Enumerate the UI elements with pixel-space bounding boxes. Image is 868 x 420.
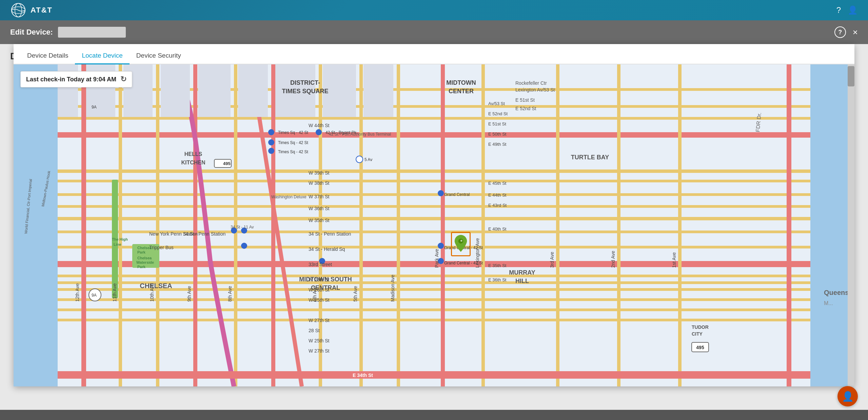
svg-text:E 51st St: E 51st St xyxy=(515,97,535,103)
svg-rect-10 xyxy=(58,180,810,182)
svg-point-46 xyxy=(268,129,274,135)
svg-rect-12 xyxy=(58,205,810,208)
svg-rect-7 xyxy=(58,132,810,138)
scrollbar-thumb[interactable] xyxy=(848,66,854,86)
svg-text:Times Sq - 42 St: Times Sq - 42 St xyxy=(278,140,309,145)
svg-text:MIDTOWN SOUTH: MIDTOWN SOUTH xyxy=(299,276,352,283)
header-user-icon[interactable]: 👤 xyxy=(848,5,858,15)
support-avatar-icon: 👤 xyxy=(842,391,854,402)
att-globe-icon xyxy=(10,2,26,18)
checkin-text: Last check-in Today at 9:04 AM xyxy=(26,76,116,83)
svg-rect-37 xyxy=(678,64,682,386)
svg-point-50 xyxy=(438,190,444,196)
refresh-button[interactable]: ↻ xyxy=(120,75,126,84)
map-pin-icon xyxy=(454,235,468,252)
svg-rect-62 xyxy=(238,64,268,117)
svg-text:CENTER: CENTER xyxy=(449,88,474,95)
header-help-icon[interactable]: ? xyxy=(836,5,841,15)
svg-text:495: 495 xyxy=(696,345,704,350)
svg-text:CITY: CITY xyxy=(692,331,703,337)
svg-text:W 36th St: W 36th St xyxy=(309,206,330,211)
map-scrollbar[interactable] xyxy=(848,64,854,386)
att-header: AT&T ? 👤 xyxy=(0,0,868,20)
svg-text:W 37th St: W 37th St xyxy=(309,194,330,199)
svg-text:2nd Ave: 2nd Ave xyxy=(610,251,616,268)
modal-content: Device Details Locate Device Device Secu… xyxy=(14,44,854,386)
tab-strip: Device Details Locate Device Device Secu… xyxy=(14,44,854,64)
svg-text:MIDTOWN: MIDTOWN xyxy=(446,79,476,86)
svg-point-54 xyxy=(241,243,247,249)
svg-text:12th Ave: 12th Ave xyxy=(75,283,80,302)
att-brand-name: AT&T xyxy=(31,6,53,15)
svg-rect-9 xyxy=(58,217,810,220)
svg-text:M...: M... xyxy=(824,300,833,306)
svg-text:W 39th St: W 39th St xyxy=(309,170,330,176)
modal-help-button[interactable]: ? xyxy=(834,26,846,38)
svg-text:E 34th St: E 34th St xyxy=(353,373,373,378)
svg-rect-23 xyxy=(58,319,810,321)
svg-point-159 xyxy=(460,240,462,242)
svg-rect-19 xyxy=(58,117,810,120)
svg-rect-35 xyxy=(556,64,559,386)
svg-text:8th Ave: 8th Ave xyxy=(227,286,233,302)
svg-text:11th Ave: 11th Ave xyxy=(112,283,117,302)
svg-point-52 xyxy=(438,243,444,249)
svg-rect-14 xyxy=(58,275,810,277)
header-icon-group: ? 👤 xyxy=(836,5,858,15)
svg-text:The High: The High xyxy=(112,237,128,241)
svg-text:Rockefeller Ctr: Rockefeller Ctr xyxy=(515,80,547,86)
svg-rect-27 xyxy=(193,64,197,386)
svg-text:E 36th St: E 36th St xyxy=(488,277,507,282)
svg-text:E 52nd St: E 52nd St xyxy=(515,106,536,111)
modal-header: Edit Device: ? × xyxy=(0,20,868,44)
svg-text:Line: Line xyxy=(114,242,121,246)
svg-text:5th Ave: 5th Ave xyxy=(353,286,358,302)
svg-point-48 xyxy=(268,148,274,154)
modal-close-button[interactable]: × xyxy=(853,28,858,37)
map-pin-highlight-box xyxy=(451,232,471,256)
svg-text:E 45th St: E 45th St xyxy=(488,181,507,186)
svg-text:28 St: 28 St xyxy=(309,328,320,333)
svg-rect-61 xyxy=(198,64,231,117)
svg-rect-11 xyxy=(58,193,810,196)
svg-text:HILL: HILL xyxy=(515,278,529,284)
svg-text:E 40th St: E 40th St xyxy=(488,226,507,232)
svg-text:CENTRAL: CENTRAL xyxy=(311,284,340,291)
svg-rect-34 xyxy=(481,64,485,386)
map-container: W 44th St W 39th St W 38th St W 37th St … xyxy=(14,64,854,386)
svg-text:34 St - Herald Sq: 34 St - Herald Sq xyxy=(309,246,345,252)
svg-rect-60 xyxy=(161,64,190,117)
svg-text:9A: 9A xyxy=(92,105,97,109)
tab-locate-device[interactable]: Locate Device xyxy=(75,48,129,64)
svg-text:34 St - 11 Av: 34 St - 11 Av xyxy=(231,225,254,229)
svg-text:Chelsea: Chelsea xyxy=(137,256,152,260)
svg-text:W 25th St: W 25th St xyxy=(309,338,330,343)
svg-text:Waterside: Waterside xyxy=(136,260,154,264)
svg-rect-36 xyxy=(617,64,620,386)
svg-rect-8 xyxy=(58,169,810,173)
svg-text:MURRAY: MURRAY xyxy=(509,269,535,276)
bottom-bar xyxy=(0,410,868,420)
svg-text:E 50th St: E 50th St xyxy=(488,132,507,137)
svg-text:DISTRICT-: DISTRICT- xyxy=(290,79,320,86)
svg-text:34 St - Penn Station: 34 St - Penn Station xyxy=(309,231,351,237)
svg-text:W 44th St: W 44th St xyxy=(309,123,330,128)
svg-rect-31 xyxy=(359,64,363,386)
svg-point-124 xyxy=(356,156,363,163)
map-background: W 44th St W 39th St W 38th St W 37th St … xyxy=(14,64,854,386)
svg-text:TURTLE BAY: TURTLE BAY xyxy=(571,154,609,161)
tab-device-security[interactable]: Device Security xyxy=(130,48,188,64)
modal-title-label: Edit Device: xyxy=(10,28,53,37)
svg-text:Times Sq - 42 St: Times Sq - 42 St xyxy=(278,149,309,154)
svg-text:W 38th St: W 38th St xyxy=(309,180,330,186)
svg-text:Chelsea: Chelsea xyxy=(137,246,152,250)
tab-device-details[interactable]: Device Details xyxy=(20,48,75,64)
support-chat-avatar[interactable]: 👤 xyxy=(837,386,858,406)
svg-text:E 52nd St: E 52nd St xyxy=(488,111,508,116)
map-pin-container xyxy=(451,232,471,256)
svg-text:Park: Park xyxy=(137,250,146,254)
svg-rect-25 xyxy=(119,64,122,386)
svg-text:TIMES SQUARE: TIMES SQUARE xyxy=(282,88,328,95)
svg-text:Tripper Bus: Tripper Bus xyxy=(149,245,174,250)
svg-rect-15 xyxy=(58,298,810,301)
